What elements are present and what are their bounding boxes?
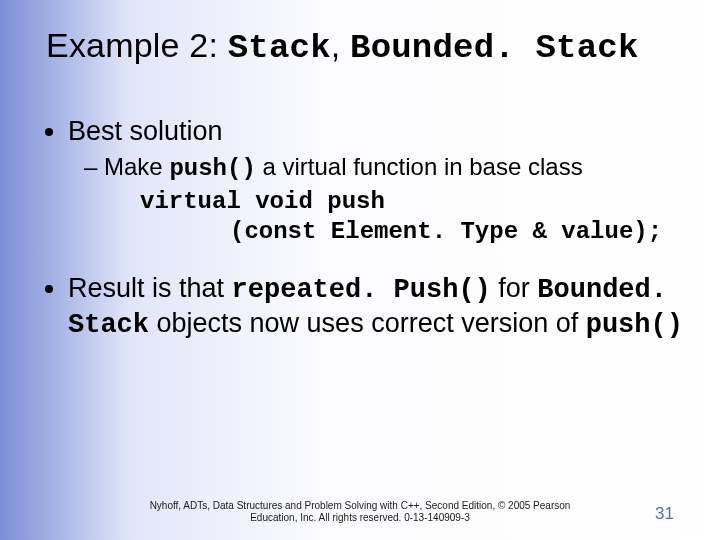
bullet-result: Result is that repeated. Push() for Boun…: [68, 272, 684, 342]
footer-line2: Education, Inc. All rights reserved. 0-1…: [250, 512, 470, 523]
bullet-list: Best solution Make push() a virtual func…: [44, 115, 684, 342]
b2-t3: objects now uses correct version of: [149, 308, 586, 338]
b2-t1: Result is that: [68, 273, 232, 303]
code-push2: push(): [586, 310, 683, 340]
title-prefix: Example 2:: [46, 26, 228, 64]
sub-before: Make: [104, 153, 169, 180]
title-code-bounded: Bounded. Stack: [350, 29, 638, 67]
footer-line1: Nyhoff, ADTs, Data Structures and Proble…: [150, 500, 571, 511]
footer: Nyhoff, ADTs, Data Structures and Proble…: [0, 500, 720, 524]
code-push-inline: push(): [169, 155, 255, 182]
title-sep: ,: [331, 26, 350, 64]
sub-after: a virtual function in base class: [256, 153, 583, 180]
bullet1-text: Best solution: [68, 116, 223, 146]
title-code-stack: Stack: [228, 29, 331, 67]
slide: Example 2: Stack, Bounded. Stack Best so…: [0, 0, 720, 540]
sub-list: Make push() a virtual function in base c…: [68, 152, 684, 248]
bullet-best-solution: Best solution Make push() a virtual func…: [68, 115, 684, 248]
slide-title: Example 2: Stack, Bounded. Stack: [46, 26, 684, 67]
b2-t2: for: [491, 273, 538, 303]
code-repeated: repeated. Push(): [232, 275, 491, 305]
code-line1: virtual void push: [140, 188, 385, 215]
page-number: 31: [655, 504, 674, 524]
code-block: virtual void push (const Element. Type &…: [158, 187, 684, 248]
sub-bullet-make-push: Make push() a virtual function in base c…: [84, 152, 684, 248]
code-line2: (const Element. Type & value);: [158, 218, 662, 245]
